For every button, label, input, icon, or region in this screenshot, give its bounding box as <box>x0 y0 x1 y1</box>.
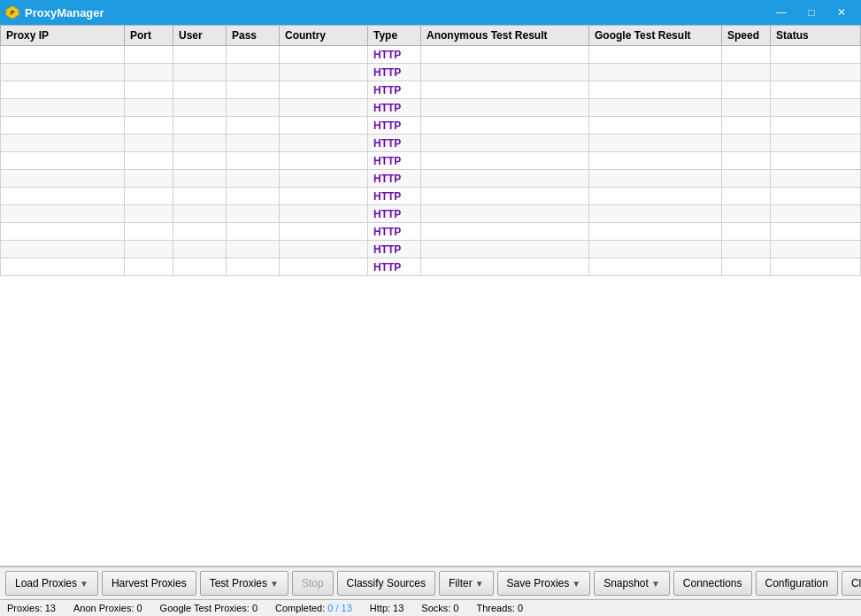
save-proxies-dropdown-arrow: ▼ <box>572 579 580 589</box>
cell-status <box>771 81 861 99</box>
cell-country <box>280 205 368 223</box>
cell-speed <box>722 152 771 170</box>
cell-anon_test <box>421 81 589 99</box>
cell-port <box>125 205 173 223</box>
cell-user <box>173 117 227 135</box>
table-row[interactable]: HTTP <box>1 81 861 99</box>
test-proxies-button[interactable]: Test Proxies▼ <box>200 571 288 596</box>
cell-user <box>173 241 227 258</box>
cell-pass <box>227 81 280 99</box>
col-header-country: Country <box>280 26 368 46</box>
snapshot-button[interactable]: Snapshot▼ <box>594 571 670 596</box>
cell-type: HTTP <box>368 64 421 81</box>
cell-user <box>173 135 227 152</box>
status-socks: Socks: 0 <box>421 603 458 613</box>
cell-anon_test <box>421 64 589 81</box>
test-proxies-label: Test Proxies <box>210 577 267 589</box>
cell-status <box>771 135 861 152</box>
test-proxies-dropdown-arrow: ▼ <box>270 579 279 589</box>
cell-port <box>125 152 173 170</box>
cell-type: HTTP <box>368 135 421 152</box>
title-bar-left: P ProxyManager <box>5 5 104 19</box>
cell-anon_test <box>421 241 589 258</box>
cell-speed <box>722 46 771 64</box>
cell-pass <box>227 205 280 223</box>
cell-anon_test <box>421 258 589 276</box>
table-row[interactable]: HTTP <box>1 135 861 152</box>
load-proxies-button[interactable]: Load Proxies▼ <box>5 571 98 596</box>
table-row[interactable]: HTTP <box>1 99 861 117</box>
table-row[interactable]: HTTP <box>1 64 861 81</box>
cell-port <box>125 241 173 258</box>
cell-type: HTTP <box>368 223 421 241</box>
col-header-anon-test: Anonymous Test Result <box>421 26 589 46</box>
cell-port <box>125 117 173 135</box>
google-test-value: 0 <box>252 603 258 613</box>
cell-type: HTTP <box>368 117 421 135</box>
table-row[interactable]: HTTP <box>1 258 861 276</box>
proxies-value: 13 <box>45 603 56 613</box>
cell-proxy_ip <box>1 241 125 258</box>
cell-pass <box>227 99 280 117</box>
configuration-label: Configuration <box>765 577 828 589</box>
cell-google_test <box>589 152 722 170</box>
close-button[interactable]: Close <box>842 571 861 596</box>
cell-proxy_ip <box>1 117 125 135</box>
cell-proxy_ip <box>1 99 125 117</box>
filter-button[interactable]: Filter▼ <box>439 571 494 596</box>
cell-status <box>771 223 861 241</box>
title-bar-controls: — □ ✕ <box>767 3 856 22</box>
maximize-button[interactable]: □ <box>797 3 826 22</box>
cell-user <box>173 99 227 117</box>
proxy-table-body: HTTPHTTPHTTPHTTPHTTPHTTPHTTPHTTPHTTPHTTP… <box>1 46 861 276</box>
cell-status <box>771 117 861 135</box>
app-title: ProxyManager <box>25 6 104 19</box>
cell-port <box>125 99 173 117</box>
table-row[interactable]: HTTP <box>1 117 861 135</box>
cell-anon_test <box>421 170 589 188</box>
filter-dropdown-arrow: ▼ <box>475 579 484 589</box>
http-label: Http: <box>370 603 390 613</box>
cell-speed <box>722 117 771 135</box>
socks-label: Socks: <box>421 603 450 613</box>
window-close-button[interactable]: ✕ <box>827 3 856 22</box>
table-row[interactable]: HTTP <box>1 152 861 170</box>
cell-status <box>771 170 861 188</box>
status-proxies: Proxies: 13 <box>7 603 56 613</box>
cell-status <box>771 258 861 276</box>
close-label: Close <box>851 577 861 589</box>
harvest-proxies-button[interactable]: Harvest Proxies <box>102 571 196 596</box>
cell-speed <box>722 188 771 205</box>
cell-type: HTTP <box>368 46 421 64</box>
table-row[interactable]: HTTP <box>1 223 861 241</box>
col-header-port: Port <box>125 26 173 46</box>
title-bar: P ProxyManager — □ ✕ <box>0 0 861 25</box>
cell-proxy_ip <box>1 188 125 205</box>
classify-sources-button[interactable]: Classify Sources <box>337 571 435 596</box>
table-row[interactable]: HTTP <box>1 46 861 64</box>
cell-type: HTTP <box>368 188 421 205</box>
anon-proxies-label: Anon Proxies: <box>73 603 134 613</box>
col-header-speed: Speed <box>722 26 771 46</box>
cell-type: HTTP <box>368 170 421 188</box>
connections-button[interactable]: Connections <box>673 571 752 596</box>
cell-port <box>125 64 173 81</box>
cell-user <box>173 170 227 188</box>
cell-user <box>173 152 227 170</box>
cell-anon_test <box>421 135 589 152</box>
table-row[interactable]: HTTP <box>1 188 861 205</box>
minimize-button[interactable]: — <box>767 3 796 22</box>
table-row[interactable]: HTTP <box>1 241 861 258</box>
cell-pass <box>227 223 280 241</box>
configuration-button[interactable]: Configuration <box>756 571 838 596</box>
cell-type: HTTP <box>368 81 421 99</box>
cell-proxy_ip <box>1 46 125 64</box>
save-proxies-button[interactable]: Save Proxies▼ <box>497 571 591 596</box>
table-row[interactable]: HTTP <box>1 170 861 188</box>
table-row[interactable]: HTTP <box>1 205 861 223</box>
cell-speed <box>722 205 771 223</box>
completed-label: Completed: <box>275 603 325 613</box>
status-http: Http: 13 <box>370 603 404 613</box>
proxies-label: Proxies: <box>7 603 42 613</box>
stop-button[interactable]: Stop <box>292 571 334 596</box>
